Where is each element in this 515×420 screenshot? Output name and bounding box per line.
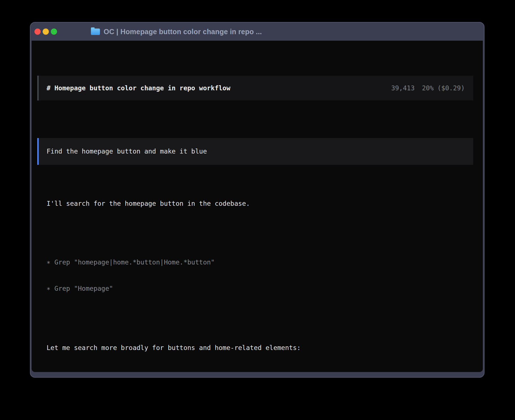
- titlebar[interactable]: OC | Homepage button color change in rep…: [30, 23, 484, 41]
- minimize-button[interactable]: [43, 29, 49, 35]
- assistant-text: Let me search more broadly for buttons a…: [47, 344, 473, 352]
- folder-icon: [91, 29, 100, 35]
- window-title: OC | Homepage button color change in rep…: [104, 28, 262, 36]
- terminal-window: OC | Homepage button color change in rep…: [30, 22, 485, 378]
- session-cost: ($0.29): [437, 84, 465, 92]
- session-stats: 39,41320%($0.29): [391, 84, 465, 93]
- token-count: 39,413: [391, 84, 414, 92]
- tool-call-grep: ∗ Grep "homepage|home.*button|Home.*butt…: [47, 258, 473, 267]
- context-percent: 20%: [422, 84, 434, 92]
- zoom-button[interactable]: [51, 29, 57, 35]
- session-title: # Homepage button color change in repo w…: [47, 84, 230, 93]
- session-header: # Homepage button color change in repo w…: [37, 76, 473, 100]
- user-message-text: Find the homepage button and make it blu…: [47, 147, 207, 156]
- tool-call-grep: ∗ Grep "Homepage": [47, 284, 473, 293]
- traffic-lights: [34, 29, 57, 35]
- close-button[interactable]: [34, 29, 41, 35]
- user-message: Find the homepage button and make it blu…: [37, 138, 473, 165]
- tool-call-group: ∗ Grep "homepage|home.*button|Home.*butt…: [47, 240, 473, 310]
- assistant-text: I'll search for the homepage button in t…: [47, 199, 473, 208]
- terminal-content: # Homepage button color change in repo w…: [32, 41, 483, 372]
